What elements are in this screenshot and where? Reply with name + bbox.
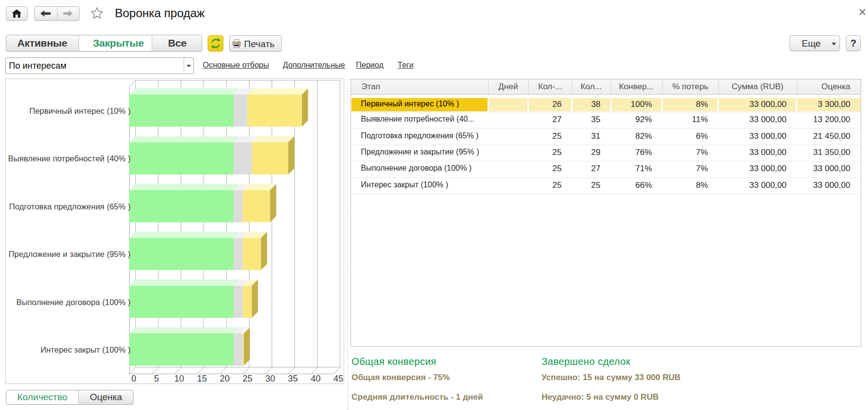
svg-text:25: 25 — [243, 374, 252, 384]
svg-text:5: 5 — [154, 374, 159, 384]
svg-text:30: 30 — [265, 374, 275, 384]
svg-text:40: 40 — [311, 374, 321, 384]
svg-text:Подготовка предложения (65% ): Подготовка предложения (65% ) — [9, 202, 131, 211]
svg-text:Выполнение договора (100% ): Выполнение договора (100% ) — [16, 298, 131, 307]
svg-text:Выявление потребностей (40% ): Выявление потребностей (40% ) — [8, 154, 131, 163]
svg-text:45: 45 — [333, 374, 343, 384]
svg-text:Предложение и закрытие (95% ): Предложение и закрытие (95% ) — [8, 250, 131, 258]
svg-text:35: 35 — [288, 374, 298, 384]
svg-text:0: 0 — [131, 374, 136, 384]
svg-text:Интерес закрыт (100% ): Интерес закрыт (100% ) — [40, 345, 131, 354]
svg-text:15: 15 — [197, 374, 207, 384]
svg-text:20: 20 — [220, 374, 230, 384]
svg-text:Первичный интерес (10% ): Первичный интерес (10% ) — [29, 106, 131, 115]
svg-text:10: 10 — [174, 374, 184, 384]
